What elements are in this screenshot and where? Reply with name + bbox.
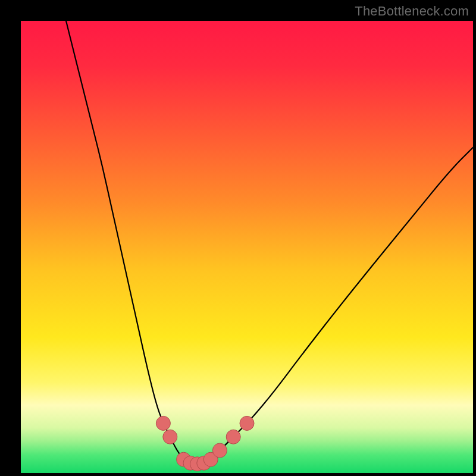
data-marker [226,430,240,444]
watermark-text: TheBottleneck.com [355,4,469,19]
curve-left-branch [66,21,184,459]
plot-area [21,21,473,473]
data-marker [240,416,254,430]
data-marker [212,443,227,458]
curve-right-branch [211,148,473,459]
data-marker [163,430,177,444]
figure-frame: TheBottleneck.com [0,0,476,476]
bottleneck-curves [21,21,473,473]
data-marker [156,416,170,430]
